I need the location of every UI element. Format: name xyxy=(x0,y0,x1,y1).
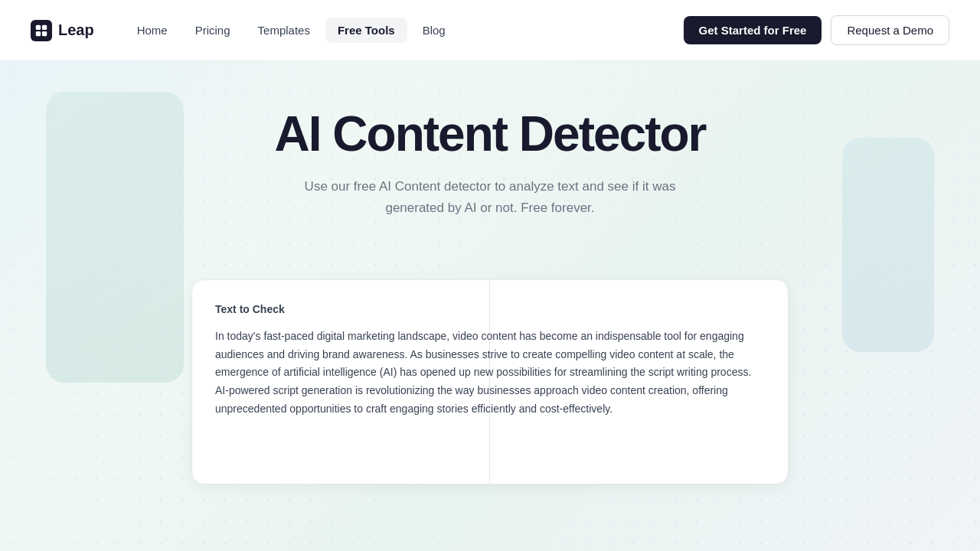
tool-card-label: Text to Check xyxy=(215,303,765,315)
logo-text: Leap xyxy=(58,21,94,39)
navbar: Leap Home Pricing Templates Free Tools B… xyxy=(0,0,980,61)
tool-card: Text to Check xyxy=(191,279,789,484)
svg-rect-2 xyxy=(36,31,41,35)
svg-rect-1 xyxy=(42,24,47,29)
logo-icon xyxy=(31,20,52,41)
text-to-check-input[interactable] xyxy=(215,328,765,481)
navbar-right: Get Started for Free Request a Demo xyxy=(684,15,949,45)
hero-section: AI Content Detector Use our free AI Cont… xyxy=(0,61,980,279)
svg-rect-3 xyxy=(42,31,47,35)
svg-rect-0 xyxy=(36,24,41,29)
nav-home[interactable]: Home xyxy=(125,18,180,43)
nav-templates[interactable]: Templates xyxy=(246,18,322,43)
get-started-button[interactable]: Get Started for Free xyxy=(684,16,822,44)
navbar-left: Leap Home Pricing Templates Free Tools B… xyxy=(31,18,458,43)
main-content: AI Content Detector Use our free AI Cont… xyxy=(0,61,980,551)
hero-title: AI Content Detector xyxy=(15,107,965,161)
hero-subtitle: Use our free AI Content detector to anal… xyxy=(291,176,689,217)
nav-blog[interactable]: Blog xyxy=(410,18,458,43)
nav-free-tools[interactable]: Free Tools xyxy=(325,18,407,43)
request-demo-button[interactable]: Request a Demo xyxy=(831,15,949,45)
nav-pricing[interactable]: Pricing xyxy=(183,18,243,43)
logo[interactable]: Leap xyxy=(31,20,94,41)
nav-links: Home Pricing Templates Free Tools Blog xyxy=(125,18,458,43)
leap-logo-svg xyxy=(34,24,48,37)
textarea-wrapper xyxy=(215,328,765,484)
